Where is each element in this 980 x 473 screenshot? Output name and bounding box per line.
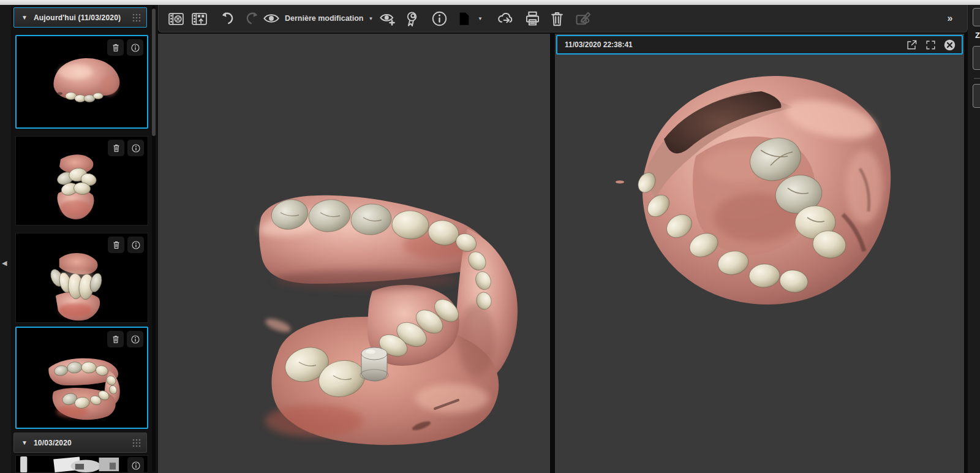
thumbnail-delete-button[interactable] (108, 236, 124, 253)
viewport-divider[interactable] (550, 34, 555, 473)
edit-annotation-icon (575, 10, 592, 27)
view-mode-dropdown[interactable]: Dernière modification ▼ (263, 8, 373, 29)
printer-icon (524, 10, 541, 27)
info-icon (131, 143, 141, 153)
main-3d-viewport[interactable] (158, 34, 550, 473)
app-window: ◀ ▼ Aujourd'hui (11/03/2020) (0, 0, 980, 473)
sidebar-scrollbar[interactable] (152, 9, 156, 136)
section-label: Aujourd'hui (11/03/2020) (34, 13, 132, 22)
quality-check-button[interactable] (402, 8, 421, 29)
export-document-icon (456, 10, 473, 27)
thumbnail-info-button[interactable] (127, 140, 144, 156)
edge-clipped-panel: Z (968, 5, 980, 473)
delete-button[interactable] (547, 8, 567, 29)
close-viewport-button[interactable] (943, 38, 956, 51)
toolbar-overflow-button[interactable]: » (939, 8, 961, 29)
eye-icon (263, 10, 280, 27)
view-mode-label: Dernière modification (285, 14, 364, 23)
edge-partial-label: Z (975, 31, 980, 40)
undo-icon (219, 10, 235, 26)
thumbnail-upper-jaw-front[interactable] (15, 35, 148, 129)
sidebar-collapse-rail: ◀ (0, 5, 12, 473)
edge-partial-button-b[interactable] (973, 84, 980, 108)
thumbnail-info-button[interactable] (127, 236, 144, 253)
thumbnail-delete-button[interactable] (107, 331, 124, 347)
fullscreen-icon (925, 39, 937, 51)
add-view-button[interactable] (378, 8, 398, 29)
drag-handle-icon[interactable] (132, 438, 141, 448)
thumbnail-info-button[interactable] (127, 331, 143, 347)
redo-button[interactable] (243, 8, 263, 29)
thumbnail-sidebar: ▼ Aujourd'hui (11/03/2020) (11, 5, 158, 473)
section-label: 10/03/2020 (34, 439, 132, 447)
scan-timestamp: 11/03/2020 22:38:41 (565, 40, 905, 49)
gallery-layout-button[interactable] (189, 8, 209, 29)
trash-icon (549, 10, 565, 27)
thumbnail-info-button[interactable] (127, 457, 144, 473)
sidebar-section-previous-day[interactable]: ▼ 10/03/2020 (13, 433, 147, 453)
close-icon (943, 39, 956, 51)
viewport-header[interactable]: 11/03/2020 22:38:41 (556, 35, 963, 55)
info-icon (131, 240, 141, 250)
info-icon (431, 10, 448, 27)
edge-partial-button-top[interactable] (973, 8, 980, 26)
main-toolbar: Dernière modification ▼ (158, 5, 968, 32)
trash-icon (111, 240, 121, 250)
open-in-new-icon (906, 39, 918, 51)
export-dropdown[interactable]: ▼ (456, 8, 483, 29)
implant-abutment (360, 347, 388, 381)
close-gallery-button[interactable] (166, 8, 186, 29)
sidebar-collapse-arrow-icon[interactable]: ◀ (2, 257, 7, 268)
info-icon (131, 461, 141, 471)
seal-magnifier-icon (404, 10, 420, 27)
undo-button[interactable] (217, 8, 236, 29)
thumbnail-anterior-teeth[interactable] (15, 233, 148, 323)
chevron-down-icon: ▼ (21, 14, 28, 21)
print-button[interactable] (522, 8, 542, 29)
thumbnail-bite-side[interactable] (15, 136, 148, 225)
cloud-export-button[interactable] (496, 8, 515, 29)
filmstrip-close-icon (168, 10, 184, 27)
annotate-button[interactable] (573, 8, 593, 29)
trash-icon (111, 335, 121, 344)
info-button[interactable] (429, 8, 449, 29)
info-icon (130, 43, 140, 53)
thumbnail-delete-button[interactable] (107, 39, 124, 56)
cloud-export-icon (497, 10, 514, 27)
fullscreen-button[interactable] (924, 38, 937, 51)
eye-plus-icon (379, 10, 396, 27)
chevron-down-icon: ▼ (478, 16, 483, 21)
thumbnail-info-button[interactable] (127, 39, 143, 56)
filmstrip-layout-icon (191, 10, 208, 27)
sidebar-section-today[interactable]: ▼ Aujourd'hui (11/03/2020) (13, 7, 147, 28)
thumbnail-delete-button[interactable] (108, 140, 124, 156)
chevron-down-icon: ▼ (369, 16, 374, 21)
trash-icon (111, 143, 121, 153)
redo-icon (245, 10, 261, 26)
secondary-3d-viewport[interactable]: 11/03/2020 22:38:41 (555, 34, 964, 473)
info-icon (130, 335, 140, 344)
edge-partial-button-a[interactable] (973, 46, 980, 70)
edge-divider (974, 78, 980, 79)
trash-icon (111, 43, 121, 53)
drag-handle-icon[interactable] (132, 13, 141, 23)
thumbnail-lower-jaw[interactable] (15, 327, 148, 429)
lower-jaw-3d-model (158, 34, 550, 473)
open-in-new-window-button[interactable] (905, 38, 918, 51)
chevron-down-icon: ▼ (21, 439, 28, 446)
upper-jaw-3d-model (555, 34, 964, 473)
thumbnail-radiograph[interactable] (15, 455, 148, 473)
